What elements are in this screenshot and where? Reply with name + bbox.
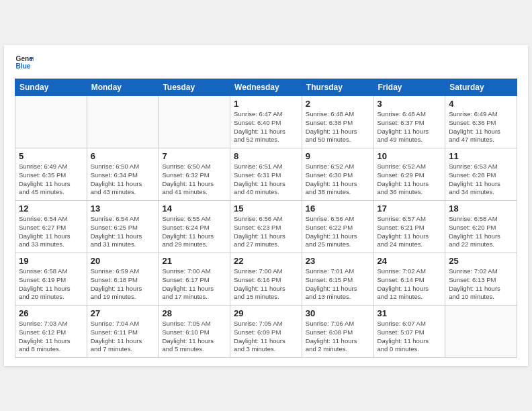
cell-date: 6 — [91, 151, 155, 161]
cell-date: 5 — [19, 151, 83, 161]
cell-info: Sunrise: 6:55 AM Sunset: 6:24 PM Dayligh… — [162, 215, 226, 249]
cell-date: 29 — [234, 308, 298, 318]
cell-date: 25 — [449, 256, 513, 266]
cell-info: Sunrise: 6:48 AM Sunset: 6:38 PM Dayligh… — [306, 110, 370, 144]
cell-info: Sunrise: 6:49 AM Sunset: 6:36 PM Dayligh… — [449, 110, 513, 144]
cell-info: Sunrise: 6:54 AM Sunset: 6:27 PM Dayligh… — [19, 215, 83, 249]
calendar-cell: 25Sunrise: 7:02 AM Sunset: 6:13 PM Dayli… — [445, 253, 517, 306]
calendar-cell — [15, 96, 87, 148]
day-header-sunday: Sunday — [15, 79, 87, 96]
cell-date: 2 — [306, 99, 370, 109]
day-header-tuesday: Tuesday — [159, 79, 230, 96]
cell-info: Sunrise: 6:50 AM Sunset: 6:32 PM Dayligh… — [162, 163, 226, 197]
cell-info: Sunrise: 7:02 AM Sunset: 6:13 PM Dayligh… — [449, 267, 513, 302]
calendar-week-1: 1Sunrise: 6:47 AM Sunset: 6:40 PM Daylig… — [15, 96, 517, 148]
calendar-cell — [445, 306, 517, 358]
cell-date: 26 — [19, 308, 83, 318]
cell-info: Sunrise: 6:51 AM Sunset: 6:31 PM Dayligh… — [234, 163, 298, 197]
calendar-week-5: 26Sunrise: 7:03 AM Sunset: 6:12 PM Dayli… — [15, 306, 517, 358]
cell-info: Sunrise: 7:05 AM Sunset: 6:10 PM Dayligh… — [162, 320, 226, 354]
calendar-cell: 15Sunrise: 6:56 AM Sunset: 6:23 PM Dayli… — [230, 201, 302, 253]
calendar-week-3: 12Sunrise: 6:54 AM Sunset: 6:27 PM Dayli… — [15, 201, 517, 253]
cell-date: 23 — [306, 256, 370, 266]
logo-icon: General Blue — [15, 53, 34, 72]
cell-date: 9 — [306, 151, 370, 161]
calendar-week-4: 19Sunrise: 6:58 AM Sunset: 6:19 PM Dayli… — [15, 253, 517, 306]
calendar-cell: 8Sunrise: 6:51 AM Sunset: 6:31 PM Daylig… — [230, 148, 302, 201]
cell-date: 30 — [306, 308, 370, 318]
cell-info: Sunrise: 6:07 AM Sunset: 5:07 PM Dayligh… — [378, 320, 442, 354]
cell-date: 17 — [378, 203, 442, 214]
cell-date: 22 — [234, 256, 298, 266]
calendar-week-2: 5Sunrise: 6:49 AM Sunset: 6:35 PM Daylig… — [15, 148, 517, 201]
cell-info: Sunrise: 7:02 AM Sunset: 6:14 PM Dayligh… — [378, 267, 442, 302]
calendar-header-row: SundayMondayTuesdayWednesdayThursdayFrid… — [15, 79, 517, 96]
cell-date: 28 — [162, 308, 226, 318]
cell-date: 7 — [162, 151, 226, 161]
cell-info: Sunrise: 7:00 AM Sunset: 6:16 PM Dayligh… — [234, 267, 298, 302]
calendar-cell: 21Sunrise: 7:00 AM Sunset: 6:17 PM Dayli… — [159, 253, 230, 306]
calendar-cell: 6Sunrise: 6:50 AM Sunset: 6:34 PM Daylig… — [87, 148, 159, 201]
calendar-cell: 2Sunrise: 6:48 AM Sunset: 6:38 PM Daylig… — [302, 96, 373, 148]
calendar-cell: 17Sunrise: 6:57 AM Sunset: 6:21 PM Dayli… — [373, 201, 445, 253]
cell-date: 20 — [91, 256, 155, 266]
cell-info: Sunrise: 7:04 AM Sunset: 6:11 PM Dayligh… — [91, 320, 155, 354]
calendar-cell: 18Sunrise: 6:58 AM Sunset: 6:20 PM Dayli… — [445, 201, 517, 253]
calendar-cell — [87, 96, 159, 148]
calendar-cell: 27Sunrise: 7:04 AM Sunset: 6:11 PM Dayli… — [87, 306, 159, 358]
cell-date: 13 — [91, 203, 155, 214]
calendar-cell: 12Sunrise: 6:54 AM Sunset: 6:27 PM Dayli… — [15, 201, 87, 253]
calendar-cell: 16Sunrise: 6:56 AM Sunset: 6:22 PM Dayli… — [302, 201, 373, 253]
calendar-cell: 7Sunrise: 6:50 AM Sunset: 6:32 PM Daylig… — [159, 148, 230, 201]
calendar-cell: 4Sunrise: 6:49 AM Sunset: 6:36 PM Daylig… — [445, 96, 517, 148]
cell-info: Sunrise: 6:48 AM Sunset: 6:37 PM Dayligh… — [378, 110, 442, 144]
cell-date: 14 — [162, 203, 226, 214]
calendar-cell: 31Sunrise: 6:07 AM Sunset: 5:07 PM Dayli… — [373, 306, 445, 358]
cell-info: Sunrise: 6:59 AM Sunset: 6:18 PM Dayligh… — [91, 267, 155, 302]
calendar-cell: 11Sunrise: 6:53 AM Sunset: 6:28 PM Dayli… — [445, 148, 517, 201]
calendar-cell: 24Sunrise: 7:02 AM Sunset: 6:14 PM Dayli… — [373, 253, 445, 306]
day-header-friday: Friday — [373, 79, 445, 96]
logo: General Blue — [15, 53, 34, 72]
cell-date: 15 — [234, 203, 298, 214]
cell-info: Sunrise: 6:58 AM Sunset: 6:19 PM Dayligh… — [19, 267, 83, 302]
calendar-cell: 20Sunrise: 6:59 AM Sunset: 6:18 PM Dayli… — [87, 253, 159, 306]
cell-info: Sunrise: 7:00 AM Sunset: 6:17 PM Dayligh… — [162, 267, 226, 302]
cell-date: 31 — [378, 308, 442, 318]
calendar-cell: 19Sunrise: 6:58 AM Sunset: 6:19 PM Dayli… — [15, 253, 87, 306]
cell-date: 12 — [19, 203, 83, 214]
cell-info: Sunrise: 6:56 AM Sunset: 6:22 PM Dayligh… — [306, 215, 370, 249]
calendar-cell: 5Sunrise: 6:49 AM Sunset: 6:35 PM Daylig… — [15, 148, 87, 201]
calendar-cell: 28Sunrise: 7:05 AM Sunset: 6:10 PM Dayli… — [159, 306, 230, 358]
calendar-cell — [159, 96, 230, 148]
cell-info: Sunrise: 6:54 AM Sunset: 6:25 PM Dayligh… — [91, 215, 155, 249]
svg-text:Blue: Blue — [16, 62, 31, 70]
cell-date: 10 — [378, 151, 442, 161]
calendar-cell: 1Sunrise: 6:47 AM Sunset: 6:40 PM Daylig… — [230, 96, 302, 148]
calendar-cell: 9Sunrise: 6:52 AM Sunset: 6:30 PM Daylig… — [302, 148, 373, 201]
calendar-cell: 3Sunrise: 6:48 AM Sunset: 6:37 PM Daylig… — [373, 96, 445, 148]
cell-date: 16 — [306, 203, 370, 214]
cell-date: 8 — [234, 151, 298, 161]
cell-date: 18 — [449, 203, 513, 214]
calendar-cell: 22Sunrise: 7:00 AM Sunset: 6:16 PM Dayli… — [230, 253, 302, 306]
calendar-cell: 13Sunrise: 6:54 AM Sunset: 6:25 PM Dayli… — [87, 201, 159, 253]
calendar-cell: 29Sunrise: 7:05 AM Sunset: 6:09 PM Dayli… — [230, 306, 302, 358]
cell-date: 19 — [19, 256, 83, 266]
header: General Blue — [15, 53, 517, 72]
cell-date: 21 — [162, 256, 226, 266]
day-header-wednesday: Wednesday — [230, 79, 302, 96]
cell-info: Sunrise: 7:05 AM Sunset: 6:09 PM Dayligh… — [234, 320, 298, 354]
calendar-cell: 10Sunrise: 6:52 AM Sunset: 6:29 PM Dayli… — [373, 148, 445, 201]
cell-info: Sunrise: 7:03 AM Sunset: 6:12 PM Dayligh… — [19, 320, 83, 354]
cell-info: Sunrise: 6:49 AM Sunset: 6:35 PM Dayligh… — [19, 163, 83, 197]
calendar-body: 1Sunrise: 6:47 AM Sunset: 6:40 PM Daylig… — [15, 96, 517, 358]
cell-info: Sunrise: 6:50 AM Sunset: 6:34 PM Dayligh… — [91, 163, 155, 197]
cell-date: 1 — [234, 99, 298, 109]
cell-date: 3 — [378, 99, 442, 109]
calendar-cell: 26Sunrise: 7:03 AM Sunset: 6:12 PM Dayli… — [15, 306, 87, 358]
cell-info: Sunrise: 6:47 AM Sunset: 6:40 PM Dayligh… — [234, 110, 298, 144]
cell-info: Sunrise: 7:01 AM Sunset: 6:15 PM Dayligh… — [306, 267, 370, 302]
calendar-cell: 30Sunrise: 7:06 AM Sunset: 6:08 PM Dayli… — [302, 306, 373, 358]
calendar-cell: 23Sunrise: 7:01 AM Sunset: 6:15 PM Dayli… — [302, 253, 373, 306]
